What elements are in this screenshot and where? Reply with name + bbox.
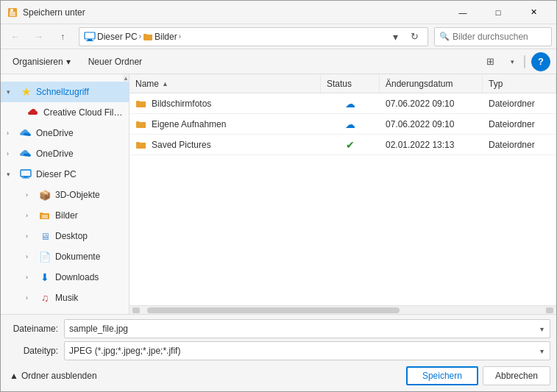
sidebar-label-onedrive1: OneDrive (36, 128, 123, 138)
search-input[interactable] (453, 32, 547, 42)
toolbar2-right: ⊞ ▾ ? (480, 52, 550, 71)
sidebar-item-dokumente[interactable]: › 📄 Dokumente (1, 246, 129, 267)
hscroll-left-btn[interactable] (132, 307, 140, 313)
file-date: 02.01.2022 13:13 (386, 140, 454, 150)
save-button[interactable]: Speichern (406, 366, 478, 385)
minimize-button[interactable]: — (446, 1, 480, 24)
cloud-status-icon: ☁ (345, 98, 355, 110)
sidebar-label-creative-cloud: Creative Cloud Files (43, 107, 123, 118)
sort-arrow: ▲ (162, 80, 168, 88)
table-row[interactable]: Saved Pictures ✔ 02.01.2022 13:13 Dateio… (130, 135, 556, 155)
file-date-cell: 07.06.2022 09:10 (380, 93, 483, 113)
table-row[interactable]: Eigene Aufnahmen ☁ 07.06.2022 09:10 Date… (130, 114, 556, 135)
cancel-button[interactable]: Abbrechen (483, 366, 550, 385)
sidebar-label-onedrive2: OneDrive (36, 149, 123, 159)
filename-input[interactable] (64, 319, 550, 338)
filetype-select[interactable]: JPEG (*.jpg;*.jpeg;*.jpe;*.jfif) (64, 341, 550, 360)
col-date-label: Änderungsdatum (386, 79, 453, 89)
action-row: ▲ Ordner ausblenden Speichern Abbrechen (7, 363, 550, 387)
view-button[interactable]: ⊞ (480, 52, 500, 71)
view-dropdown-button[interactable]: ▾ (502, 52, 522, 71)
col-status-label: Status (327, 79, 352, 89)
sidebar-item-bilder[interactable]: › Bilder (1, 205, 129, 226)
title-bar-title: Speichern unter (23, 7, 446, 18)
file-status-cell: ☁ (321, 114, 380, 134)
close-button[interactable]: ✕ (517, 1, 550, 24)
col-type[interactable]: Typ (483, 74, 556, 93)
sidebar-item-musik[interactable]: › ♫ Musik (1, 288, 129, 308)
file-date: 07.06.2022 09:10 (386, 119, 454, 129)
sidebar-label-downloads: Downloads (55, 272, 123, 282)
file-date-cell: 07.06.2022 09:10 (380, 114, 483, 134)
file-type: Dateiordner (489, 119, 535, 129)
onedrive-icon-1 (20, 127, 32, 139)
downloads-icon: ⬇ (39, 271, 51, 283)
bilder-folder-icon (39, 210, 51, 221)
svg-rect-1 (10, 12, 15, 16)
file-name: Saved Pictures (152, 140, 211, 150)
col-type-label: Typ (489, 79, 503, 89)
organize-label: Organisieren (13, 57, 63, 67)
dokumente-icon: 📄 (39, 251, 51, 263)
chevron-od2: › (7, 150, 15, 157)
sidebar-item-downloads[interactable]: › ⬇ Downloads (1, 267, 129, 288)
sidebar-label-desktop: Desktop (55, 231, 123, 241)
folder-icon-address (143, 32, 153, 41)
nav-toolbar: ← → ↑ Dieser PC › Bilder › ▾ ↻ 🔍 (1, 24, 556, 49)
sidebar-label-musik: Musik (55, 293, 123, 303)
table-row[interactable]: Bildschirmfotos ☁ 07.06.2022 09:10 Datei… (130, 93, 556, 114)
scroll-up-indicator[interactable]: ▲ (123, 74, 129, 82)
toggle-label: Ordner ausblenden (21, 371, 97, 381)
back-button[interactable]: ← (5, 27, 26, 46)
search-box: 🔍 (434, 27, 552, 46)
col-name[interactable]: Name ▲ (130, 74, 321, 93)
file-date-cell: 02.01.2022 13:13 (380, 135, 483, 154)
sidebar-item-onedrive1[interactable]: › OneDrive (1, 123, 129, 143)
hscroll-right-btn[interactable] (546, 307, 553, 313)
chevron-bilder: › (26, 212, 35, 219)
sidebar-label-schnellzugriff: Schnellzugriff (36, 87, 123, 97)
main-content: ▲ ▾ ★ Schnellzugriff Creative Cloud File… (1, 74, 556, 314)
col-status[interactable]: Status (321, 74, 380, 93)
file-name-cell: Eigene Aufnahmen (130, 114, 321, 134)
check-status-icon: ✔ (346, 139, 355, 151)
pc-icon (20, 168, 32, 180)
svg-rect-4 (88, 39, 92, 40)
sidebar-item-onedrive2[interactable]: › OneDrive (1, 143, 129, 164)
organize-button[interactable]: Organisieren ▾ (7, 52, 77, 71)
hscroll-thumb[interactable] (147, 307, 400, 313)
filetype-row: Dateityp: JPEG (*.jpg;*.jpeg;*.jpe;*.jfi… (7, 341, 550, 360)
file-name-cell: Bildschirmfotos (130, 93, 321, 113)
sidebar-item-dieser-pc[interactable]: ▾ Dieser PC (1, 164, 129, 185)
sidebar-label-dokumente: Dokumente (55, 252, 123, 262)
svg-rect-3 (85, 32, 95, 39)
up-button[interactable]: ↑ (52, 27, 73, 46)
col-name-label: Name (135, 79, 159, 89)
horizontal-scrollbar[interactable] (130, 305, 556, 314)
forward-button[interactable]: → (29, 27, 49, 46)
col-date[interactable]: Änderungsdatum (380, 74, 483, 93)
sidebar-item-3d-objekte[interactable]: › 📦 3D-Objekte (1, 185, 129, 205)
address-chevron1: › (139, 32, 141, 40)
svg-rect-2 (10, 9, 13, 12)
filetype-label: Dateityp: (7, 346, 58, 356)
sidebar-item-creative-cloud[interactable]: Creative Cloud Files (1, 102, 129, 123)
file-type: Dateiordner (489, 99, 535, 109)
file-type-cell: Dateiordner (483, 135, 556, 154)
sidebar-label-3d-objekte: 3D-Objekte (55, 190, 123, 200)
filename-row: Dateiname: ▾ (7, 319, 550, 338)
save-dialog: Speichern unter — □ ✕ ← → ↑ Dieser PC › … (0, 0, 557, 392)
organize-toolbar: Organisieren ▾ Neuer Ordner ⊞ ▾ ? (1, 49, 556, 74)
filename-dropdown-button[interactable]: ▾ (533, 319, 550, 338)
sidebar-item-desktop[interactable]: › 🖥 Desktop (1, 226, 129, 246)
refresh-button[interactable]: ↻ (405, 28, 423, 46)
svg-rect-9 (42, 215, 48, 218)
folder-icon-row3 (135, 140, 147, 150)
new-folder-button[interactable]: Neuer Ordner (81, 52, 149, 71)
sidebar-item-schnellzugriff[interactable]: ▾ ★ Schnellzugriff (1, 82, 129, 102)
maximize-button[interactable]: □ (481, 1, 515, 24)
address-dropdown-button[interactable]: ▾ (388, 29, 402, 44)
help-button[interactable]: ? (531, 52, 550, 71)
file-list: Name ▲ Status Änderungsdatum Typ (130, 74, 556, 314)
toggle-folders-button[interactable]: ▲ Ordner ausblenden (7, 369, 100, 382)
